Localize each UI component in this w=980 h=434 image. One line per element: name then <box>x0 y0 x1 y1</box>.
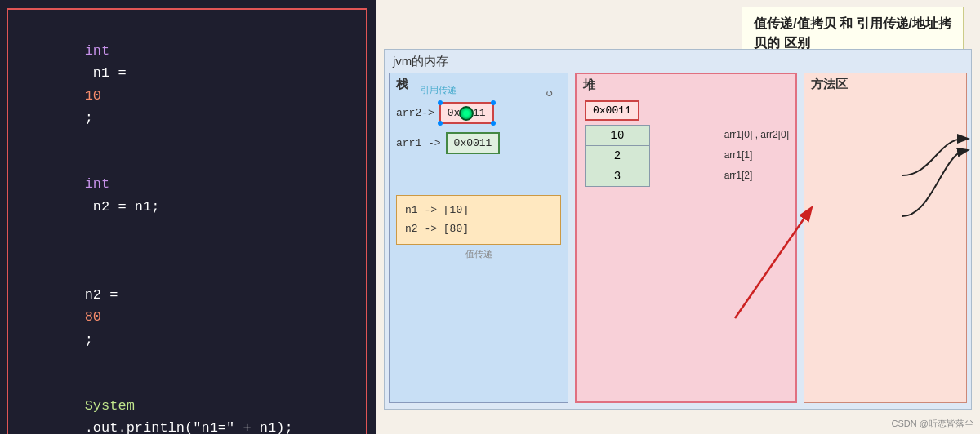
heap-arr-label-2: arr1[2] <box>724 166 789 186</box>
diagram-panel: 值传递/值拷贝 和 引用传递/地址拷 贝的 区别 jvm的内存 栈 引用传递 <box>376 0 980 434</box>
heap-addr-box: 0x0011 <box>585 100 639 121</box>
heap-table: 10 2 3 <box>585 125 650 187</box>
arr1-row: arr1 -> 0x0011 <box>396 132 561 154</box>
title-line1: 值传递/值拷贝 和 引用传递/地址拷 <box>754 14 951 33</box>
n-boxes: n1 -> [10] n2 -> [80] <box>396 195 561 245</box>
jvm-inner: 栈 引用传递 ↺ arr2-> 0x0011 <box>389 73 967 403</box>
arr2-row: arr2-> 0x0011 <box>396 102 561 124</box>
jvm-area: jvm的内存 栈 引用传递 ↺ arr2-> <box>384 49 972 410</box>
code-panel: int n1 = 10 ; int n2 = n1; n2 = 80 ; Sys… <box>0 0 376 434</box>
code-line-blank <box>18 240 356 262</box>
heap-row-2: 3 <box>586 166 650 187</box>
heap-cell-1: 2 <box>586 146 650 166</box>
circle-indicator <box>459 106 474 121</box>
heap-arr-label-1: arr1[1] <box>724 145 789 166</box>
heap-row-0: 10 <box>586 126 650 146</box>
refresh-icon: ↺ <box>546 86 553 100</box>
n2-row: n2 -> [80] <box>405 219 552 238</box>
stack-content: 引用传递 ↺ arr2-> 0x0011 <box>390 95 568 400</box>
code-line-4: System .out.println("n1=" + n1); //10 <box>18 373 356 434</box>
code-line-1: int n1 = 10 ; <box>18 18 356 151</box>
corner-dot-bl <box>438 121 443 126</box>
watermark: CSDN @听恋皆落尘 <box>892 418 973 430</box>
ref-label: 引用传递 <box>421 84 457 96</box>
heap-row-1: 2 <box>586 146 650 166</box>
kw-int-1: int <box>85 43 110 59</box>
val-label: 值传递 <box>396 248 561 260</box>
stack-label: 栈 <box>390 73 568 95</box>
jvm-label: jvm的内存 <box>389 54 967 69</box>
n1-row: n1 -> [10] <box>405 201 552 219</box>
corner-dot-br <box>491 121 496 126</box>
heap-area: 堆 0x0011 10 2 3 <box>575 73 797 403</box>
heap-arr-label-0: arr1[0] , arr2[0] <box>724 125 789 145</box>
code-block-top: int n1 = 10 ; int n2 = n1; n2 = 80 ; Sys… <box>7 8 368 434</box>
arr1-addr-box: 0x0011 <box>446 132 501 154</box>
code-line-2: int n2 = n1; <box>18 151 356 240</box>
code-line-3: n2 = 80 ; <box>18 262 356 373</box>
heap-content: 0x0011 10 2 3 <box>577 96 795 191</box>
kw-int-2: int <box>85 176 110 192</box>
heap-cell-0: 10 <box>586 126 650 146</box>
heap-cell-2: 3 <box>586 166 650 187</box>
stack-area: 栈 引用传递 ↺ arr2-> 0x0011 <box>389 73 568 403</box>
method-area: 方法区 <box>804 73 967 403</box>
corner-dot-tl <box>438 100 443 105</box>
arr2-label: arr2-> <box>396 107 434 119</box>
corner-dot-tr <box>491 100 496 105</box>
heap-labels: arr1[0] , arr2[0] arr1[1] arr1[2] <box>724 125 789 187</box>
main-container: int n1 = 10 ; int n2 = n1; n2 = 80 ; Sys… <box>0 0 980 434</box>
arr2-section: 引用传递 ↺ arr2-> 0x0011 <box>396 102 561 124</box>
method-label: 方法区 <box>804 73 966 95</box>
arr1-label: arr1 -> <box>396 137 441 149</box>
heap-label: 堆 <box>577 74 795 96</box>
arr2-addr-box: 0x0011 <box>439 102 494 124</box>
